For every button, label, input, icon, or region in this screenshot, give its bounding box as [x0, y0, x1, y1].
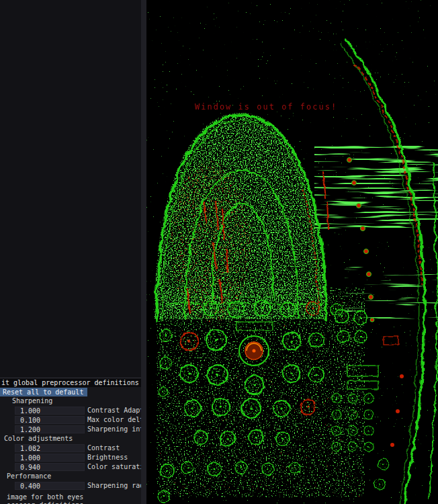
screen: it global preprocessor definitions Reset… — [0, 0, 438, 504]
preprocessor-definitions-option[interactable]: ocessor definitions — [0, 501, 141, 504]
window-edge-strip — [141, 0, 146, 504]
max-color-delta-value[interactable]: 0.100 — [15, 416, 85, 424]
contrast-value[interactable]: 1.082 — [15, 444, 85, 452]
section-sharpening[interactable]: Sharpening — [0, 396, 141, 406]
game-viewport[interactable]: Window is out of focus! — [146, 0, 438, 504]
focus-warning-text: Window is out of focus! — [195, 102, 337, 112]
edit-preprocessor-definitions-button[interactable]: it global preprocessor definitions — [0, 378, 141, 387]
left-column: it global preprocessor definitions Reset… — [0, 0, 146, 504]
contrast-label: Contrast — [87, 444, 120, 453]
setting-row: 1.082 Contrast — [0, 444, 141, 453]
section-color-adjustments[interactable]: Color adjustments — [0, 434, 141, 444]
sharpening-intensity-label: Sharpening inte — [87, 425, 141, 434]
color-saturation-value[interactable]: 0.940 — [15, 463, 85, 471]
setting-row: 0.400 Sharpening radi — [0, 481, 141, 491]
max-color-delta-label: Max color delta — [87, 415, 141, 425]
contrast-adaptation-label: Contrast Adapta — [87, 406, 141, 415]
setting-row: 1.200 Sharpening inte — [0, 425, 141, 434]
brightness-value[interactable]: 1.000 — [15, 454, 85, 462]
setting-row: 1.000 Contrast Adapta — [0, 406, 141, 415]
section-performance[interactable]: Performance — [0, 472, 141, 481]
setting-row: 0.100 Max color delta — [0, 415, 141, 425]
cockpit-edge-render: Window is out of focus! — [146, 0, 438, 504]
brightness-label: Brightness — [87, 453, 128, 462]
empty-desktop-area — [0, 0, 141, 378]
reset-all-to-default-button[interactable]: Reset all to default — [0, 388, 87, 396]
sharpening-radius-value[interactable]: 0.400 — [15, 482, 85, 490]
setting-row: 0.940 Color saturatio — [0, 462, 141, 472]
reshade-settings-panel: it global preprocessor definitions Reset… — [0, 378, 141, 504]
setting-row: 1.000 Brightness — [0, 453, 141, 462]
sharpening-radius-label: Sharpening radi — [87, 481, 141, 491]
contrast-adaptation-value[interactable]: 1.000 — [15, 407, 85, 415]
sharpening-intensity-value[interactable]: 1.200 — [15, 425, 85, 433]
both-eyes-option[interactable]: image for both eyes — [0, 493, 141, 501]
color-saturation-label: Color saturatio — [87, 462, 141, 472]
